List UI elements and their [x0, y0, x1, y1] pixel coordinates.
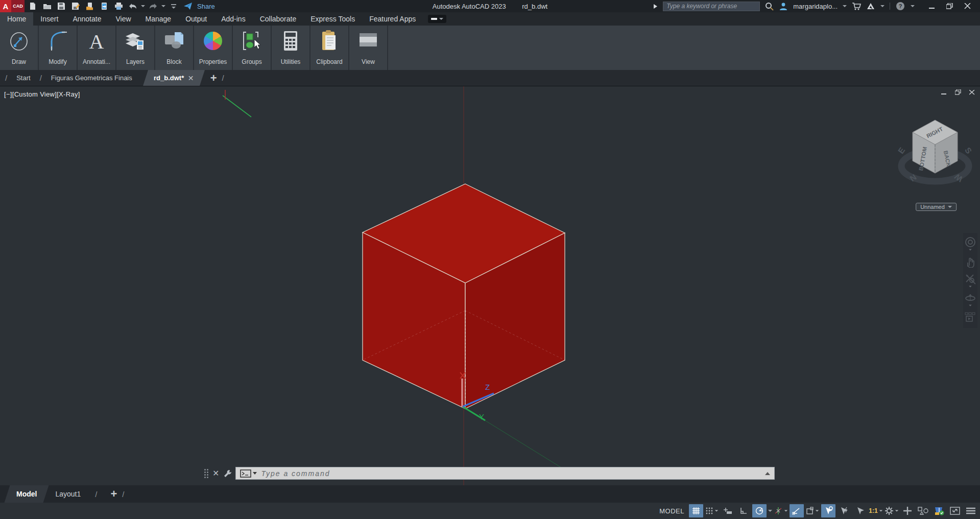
- polar-tracking-button[interactable]: [752, 504, 767, 517]
- search-expand-icon[interactable]: [653, 4, 658, 9]
- command-prompt-icon[interactable]: [240, 469, 257, 478]
- panel-view[interactable]: View: [349, 26, 388, 70]
- navigation-bar[interactable]: [963, 233, 977, 328]
- layers-icon[interactable]: [116, 26, 154, 56]
- viewport-minimize-icon[interactable]: [941, 90, 947, 95]
- open-folder-icon[interactable]: [41, 1, 53, 12]
- named-view-dropdown[interactable]: Unnamed: [916, 203, 957, 211]
- panel-modify[interactable]: Modify: [39, 26, 78, 70]
- model-viewport[interactable]: Y Z [−][Custom View][X-Ray] N E S W: [0, 86, 980, 485]
- snap-dropdown-icon[interactable]: [715, 510, 718, 511]
- command-customize-wrench-icon[interactable]: [223, 469, 232, 478]
- pan-hand-icon[interactable]: [964, 253, 977, 271]
- block-icon[interactable]: [155, 26, 193, 56]
- qat-customize-icon[interactable]: [168, 1, 180, 12]
- tab-annotate[interactable]: Annotate: [65, 12, 108, 26]
- ortho-mode-button[interactable]: [736, 504, 751, 517]
- orbit-icon[interactable]: [964, 290, 977, 308]
- command-input[interactable]: Type a command: [235, 467, 775, 480]
- plot-icon[interactable]: [112, 1, 125, 12]
- isometric-drafting-button[interactable]: [805, 504, 820, 517]
- status-plus-button[interactable]: [900, 504, 915, 517]
- tab-featured-apps[interactable]: Featured Apps: [362, 12, 423, 26]
- isolate-objects-button[interactable]: [916, 504, 930, 517]
- customization-menu-button[interactable]: [964, 504, 978, 517]
- viewport-view-control[interactable]: [Custom View]: [12, 90, 57, 98]
- help-dropdown-icon[interactable]: [911, 5, 915, 7]
- autocad-app-icon[interactable]: ACAD: [0, 0, 25, 12]
- autodesk-logo-icon[interactable]: [866, 2, 875, 10]
- zoom-icon[interactable]: [964, 272, 977, 289]
- panel-utilities[interactable]: Utilities: [272, 26, 310, 70]
- file-tab-figuras[interactable]: Figuras Geometricas Finais: [47, 74, 136, 82]
- annotation-icon[interactable]: A: [78, 26, 115, 56]
- tab-insert[interactable]: Insert: [33, 12, 65, 26]
- share-button[interactable]: Share: [197, 3, 215, 10]
- scale-dropdown-icon[interactable]: [879, 510, 882, 511]
- osnap-2d-cursor-button[interactable]: [821, 504, 835, 517]
- search-icon[interactable]: [765, 2, 774, 11]
- tab-manage[interactable]: Manage: [138, 12, 179, 26]
- tab-home[interactable]: Home: [0, 12, 33, 26]
- osnap-tracking-dropdown-icon[interactable]: [784, 510, 787, 511]
- file-tab-close-icon[interactable]: ✕: [188, 74, 194, 82]
- command-bar-grip[interactable]: [204, 469, 208, 478]
- viewport-close-icon[interactable]: [969, 90, 975, 95]
- panel-draw[interactable]: Draw: [0, 26, 39, 70]
- command-line-bar[interactable]: ✕ Type a command: [204, 466, 775, 480]
- tab-collaborate[interactable]: Collaborate: [253, 12, 304, 26]
- compass-s[interactable]: S: [963, 146, 973, 156]
- tab-express-tools[interactable]: Express Tools: [303, 12, 362, 26]
- search-input[interactable]: [663, 2, 760, 11]
- panel-annotation[interactable]: A Annotati...: [78, 26, 116, 70]
- tab-view[interactable]: View: [108, 12, 138, 26]
- object-snap-tracking-button[interactable]: [774, 504, 788, 517]
- compass-e[interactable]: E: [896, 146, 906, 155]
- isometric-dropdown-icon[interactable]: [816, 510, 819, 511]
- panel-clipboard[interactable]: Clipboard: [310, 26, 349, 70]
- cart-icon[interactable]: [852, 2, 861, 10]
- new-drawing-tab-button[interactable]: +: [210, 72, 217, 85]
- save-to-mobile-icon[interactable]: [84, 1, 96, 12]
- annotation-visibility-button[interactable]: [853, 504, 867, 517]
- clean-screen-button[interactable]: [948, 504, 962, 517]
- drawing-canvas[interactable]: Y Z: [0, 86, 980, 486]
- panel-layers[interactable]: Layers: [116, 26, 155, 70]
- navigation-wheel-icon[interactable]: [964, 235, 977, 252]
- tab-output[interactable]: Output: [178, 12, 214, 26]
- command-bar-close-icon[interactable]: ✕: [211, 468, 220, 478]
- modify-icon[interactable]: [39, 26, 77, 56]
- new-file-icon[interactable]: [27, 1, 39, 12]
- command-history-icon[interactable]: [765, 472, 770, 475]
- clipboard-icon[interactable]: [310, 26, 348, 56]
- view-icon[interactable]: [349, 26, 387, 56]
- undo-icon[interactable]: [127, 1, 139, 12]
- close-icon[interactable]: [964, 3, 971, 9]
- workspace-switching-button[interactable]: [885, 504, 899, 517]
- help-icon[interactable]: ?: [895, 1, 905, 11]
- minimize-icon[interactable]: [929, 3, 935, 9]
- open-from-mobile-icon[interactable]: [98, 1, 110, 12]
- save-as-icon[interactable]: [69, 1, 82, 12]
- model-space-indicator[interactable]: MODEL: [659, 507, 684, 515]
- grid-display-button[interactable]: [689, 504, 703, 517]
- redo-dropdown-icon[interactable]: [161, 5, 165, 7]
- share-plane-icon[interactable]: [182, 1, 194, 12]
- user-dropdown-icon[interactable]: [843, 5, 847, 7]
- properties-color-wheel-icon[interactable]: [194, 26, 232, 56]
- draw-icon[interactable]: [0, 26, 38, 56]
- ribbon-display-toggle[interactable]: [428, 15, 446, 23]
- user-avatar[interactable]: [779, 2, 788, 10]
- polar-dropdown-icon[interactable]: [768, 510, 772, 512]
- viewport-restore-icon[interactable]: [955, 89, 961, 95]
- snap-mode-button[interactable]: [705, 504, 719, 517]
- workspace-dropdown-icon[interactable]: [895, 510, 898, 511]
- tab-addins[interactable]: Add-ins: [214, 12, 252, 26]
- restore-icon[interactable]: [946, 3, 953, 9]
- utilities-calculator-icon[interactable]: [272, 26, 309, 56]
- tab-layout1[interactable]: Layout1: [46, 485, 90, 503]
- osnap-3d-cursor-button[interactable]: [837, 504, 851, 517]
- redo-icon[interactable]: [147, 1, 159, 12]
- showmotion-icon[interactable]: [964, 309, 977, 326]
- panel-groups[interactable]: Groups: [233, 26, 272, 70]
